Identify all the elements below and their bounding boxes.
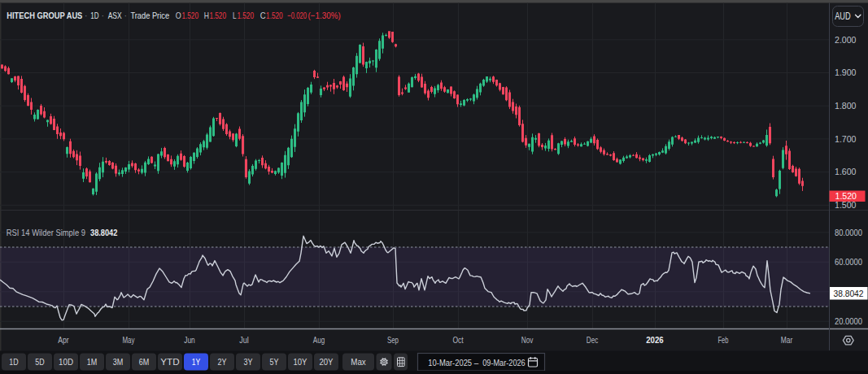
svg-text:5D: 5D — [35, 357, 44, 367]
svg-text:Aug: Aug — [313, 335, 325, 345]
svg-text:2026: 2026 — [646, 335, 664, 345]
svg-text:20.0000: 20.0000 — [835, 316, 862, 326]
svg-text:Oct: Oct — [452, 335, 463, 345]
svg-text:6M: 6M — [139, 357, 150, 367]
svg-text:38.8042: 38.8042 — [834, 289, 864, 298]
svg-text:Dec: Dec — [587, 335, 599, 345]
svg-text:60.0000: 60.0000 — [835, 257, 862, 267]
svg-text:Mar: Mar — [781, 335, 793, 345]
svg-text:Max: Max — [351, 357, 366, 367]
svg-text:L: L — [233, 10, 237, 21]
svg-text:May: May — [123, 335, 135, 345]
svg-text:2.000: 2.000 — [835, 35, 857, 45]
svg-text:1D: 1D — [9, 357, 18, 367]
svg-text:1.700: 1.700 — [835, 134, 857, 144]
svg-text:80.0000: 80.0000 — [835, 228, 862, 237]
svg-text:1D: 1D — [90, 10, 98, 21]
svg-text:1.520: 1.520 — [181, 10, 198, 21]
svg-text:RSI 14 Wilder Simple 9: RSI 14 Wilder Simple 9 — [7, 228, 85, 237]
svg-text:5Y: 5Y — [270, 357, 280, 367]
svg-text:1Y: 1Y — [192, 357, 201, 367]
svg-text:HITECH GROUP AUS: HITECH GROUP AUS — [7, 10, 82, 21]
svg-text:10D: 10D — [59, 357, 73, 367]
svg-text:ASX: ASX — [108, 10, 122, 21]
svg-text:·: · — [85, 10, 88, 21]
svg-text:Feb: Feb — [718, 335, 729, 345]
svg-text:Jun: Jun — [184, 335, 195, 345]
svg-text:09-Mar-2026: 09-Mar-2026 — [482, 358, 526, 367]
svg-text:10Y: 10Y — [294, 357, 308, 367]
svg-text:1.520: 1.520 — [266, 10, 283, 21]
svg-text:–: – — [474, 358, 479, 367]
svg-text:C: C — [260, 10, 266, 21]
svg-text:10-Mar-2025: 10-Mar-2025 — [428, 358, 472, 367]
svg-text:3M: 3M — [113, 357, 124, 367]
svg-text:Trade Price: Trade Price — [130, 10, 169, 21]
svg-text:Sep: Sep — [387, 335, 399, 345]
svg-text:−0.020: −0.020 — [287, 10, 307, 21]
svg-text:Jul: Jul — [239, 335, 249, 345]
svg-text:·: · — [124, 10, 127, 21]
svg-text:1.520: 1.520 — [237, 10, 254, 21]
svg-text:·: · — [102, 10, 104, 21]
svg-text:YTD: YTD — [160, 357, 179, 367]
svg-text:Apr: Apr — [58, 335, 69, 345]
svg-text:1.600: 1.600 — [835, 167, 857, 176]
svg-text:(−1.30%): (−1.30%) — [308, 10, 341, 21]
svg-text:Nov: Nov — [521, 335, 534, 345]
svg-text:1.800: 1.800 — [835, 101, 857, 111]
svg-text:1.520: 1.520 — [835, 191, 857, 201]
svg-text:AUD: AUD — [835, 11, 851, 22]
svg-text:20Y: 20Y — [320, 357, 334, 367]
svg-text:3Y: 3Y — [244, 357, 254, 367]
svg-text:O: O — [176, 10, 181, 21]
svg-text:2Y: 2Y — [218, 357, 228, 367]
svg-text:1M: 1M — [87, 357, 98, 367]
svg-text:38.8042: 38.8042 — [90, 228, 117, 237]
svg-text:1.900: 1.900 — [835, 67, 857, 77]
svg-text:H: H — [204, 10, 209, 21]
svg-text:1.520: 1.520 — [209, 10, 226, 21]
